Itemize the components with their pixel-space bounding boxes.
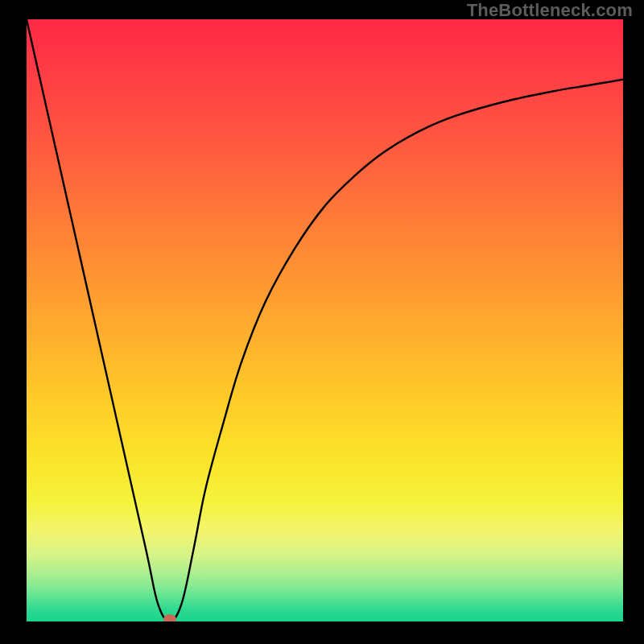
bottleneck-curve-path [27, 19, 623, 621]
chart-frame: TheBottleneck.com [0, 0, 644, 644]
watermark-text: TheBottleneck.com [467, 0, 633, 21]
plot-area [27, 19, 623, 621]
optimal-point-marker [163, 614, 176, 621]
curve-svg [27, 19, 623, 621]
